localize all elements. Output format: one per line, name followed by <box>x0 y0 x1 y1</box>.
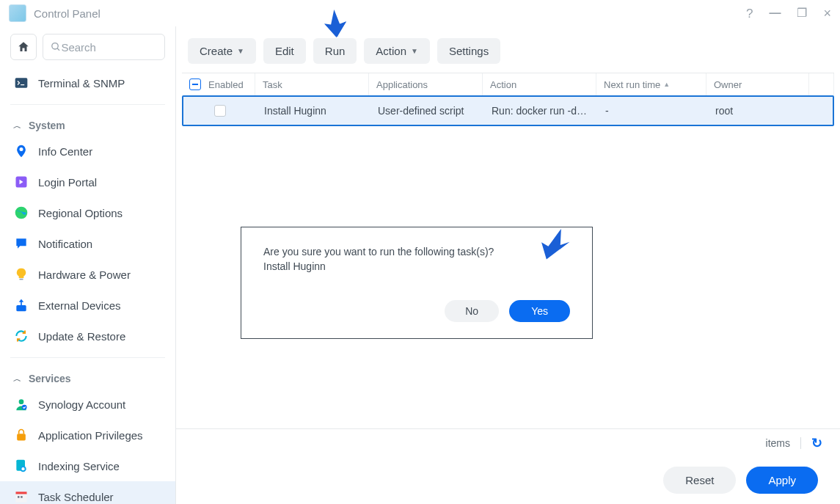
sidebar-item-label: Task Scheduler <box>38 491 114 503</box>
col-label: Enabled <box>208 79 244 90</box>
confirm-dialog: Are you sure you want to run the followi… <box>241 227 593 339</box>
account-icon <box>13 396 29 412</box>
caret-down-icon: ▼ <box>411 47 418 55</box>
section-header-services[interactable]: ︿ Services <box>0 364 175 389</box>
sidebar-item-regional[interactable]: Regional Options <box>0 197 175 228</box>
apply-button[interactable]: Apply <box>746 467 818 494</box>
svg-point-12 <box>21 467 24 470</box>
sidebar: Terminal & SNMP ︿ System Info Center Log… <box>0 26 176 504</box>
sort-asc-icon: ▲ <box>663 81 670 88</box>
col-enabled[interactable]: Enabled <box>182 73 255 95</box>
sidebar-item-label: Indexing Service <box>38 460 120 472</box>
home-button[interactable] <box>10 34 37 60</box>
run-button[interactable]: Run <box>313 38 357 64</box>
sidebar-item-notification[interactable]: Notification <box>0 228 175 259</box>
svg-rect-15 <box>18 496 20 498</box>
col-next-run[interactable]: Next run time ▲ <box>596 73 706 95</box>
lock-icon <box>13 427 29 443</box>
checkbox-unchecked-icon[interactable] <box>214 105 226 117</box>
chevron-up-icon: ︿ <box>13 373 21 384</box>
col-spacer <box>809 73 834 95</box>
sidebar-item-label: Info Center <box>38 145 92 158</box>
search-file-icon <box>13 458 29 474</box>
svg-point-7 <box>19 399 24 404</box>
sidebar-item-terminal-snmp[interactable]: Terminal & SNMP <box>0 67 175 98</box>
button-label: Create <box>200 45 233 57</box>
home-icon <box>17 40 30 54</box>
section-header-system[interactable]: ︿ System <box>0 111 175 136</box>
edit-button[interactable]: Edit <box>263 38 306 64</box>
toolbar: Create▼ Edit Run Action▼ Settings <box>176 26 840 73</box>
chat-icon <box>13 235 29 252</box>
portal-icon <box>13 174 29 190</box>
col-owner[interactable]: Owner <box>706 73 809 95</box>
main-content: Create▼ Edit Run Action▼ Settings Enable… <box>176 26 840 504</box>
settings-button[interactable]: Settings <box>437 38 500 64</box>
reload-icon[interactable]: ↻ <box>811 435 822 451</box>
sidebar-item-login-portal[interactable]: Login Portal <box>0 167 175 197</box>
divider <box>10 357 165 358</box>
svg-rect-5 <box>20 279 23 280</box>
window-controls: ? — ❐ × <box>746 7 831 20</box>
svg-rect-9 <box>17 434 26 440</box>
sidebar-item-label: Regional Options <box>38 207 123 219</box>
svg-rect-16 <box>21 496 23 498</box>
sidebar-item-external-devices[interactable]: External Devices <box>0 290 175 321</box>
maximize-icon[interactable]: ❐ <box>797 7 807 19</box>
col-task[interactable]: Task <box>255 73 369 95</box>
sidebar-item-indexing[interactable]: Indexing Service <box>0 450 175 481</box>
table-row[interactable]: Install Huginn User-defined script Run: … <box>182 95 834 126</box>
svg-rect-6 <box>16 305 26 311</box>
svg-rect-14 <box>16 494 27 503</box>
svg-rect-1 <box>15 78 28 87</box>
app-icon <box>9 4 26 22</box>
svg-point-2 <box>20 147 23 151</box>
search-box[interactable] <box>43 34 165 60</box>
svg-point-0 <box>52 43 58 49</box>
col-action[interactable]: Action <box>483 73 596 95</box>
caret-down-icon: ▼ <box>237 47 244 55</box>
cell-applications: User-defined script <box>370 105 484 117</box>
globe-icon <box>13 205 29 221</box>
sidebar-item-task-scheduler[interactable]: Task Scheduler <box>0 481 175 504</box>
separator <box>800 437 801 449</box>
help-icon[interactable]: ? <box>746 7 753 20</box>
checkbox-mixed-icon[interactable] <box>189 78 201 90</box>
no-button[interactable]: No <box>445 300 499 322</box>
sidebar-item-update-restore[interactable]: Update & Restore <box>0 321 175 351</box>
cell-task: Install Huginn <box>257 105 370 117</box>
sidebar-item-hardware-power[interactable]: Hardware & Power <box>0 259 175 290</box>
search-input[interactable] <box>61 41 157 54</box>
footer: Reset Apply <box>176 456 840 504</box>
close-icon[interactable]: × <box>823 7 831 20</box>
table-header: Enabled Task Applications Action Next ru… <box>182 73 834 95</box>
sidebar-item-label: Login Portal <box>38 176 97 189</box>
create-button[interactable]: Create▼ <box>188 38 256 64</box>
items-label: items <box>766 437 790 449</box>
content-area: Are you sure you want to run the followi… <box>176 126 840 428</box>
sidebar-item-label: External Devices <box>38 299 121 312</box>
sidebar-item-app-privileges[interactable]: Application Privileges <box>0 420 175 450</box>
button-label: Action <box>376 45 406 57</box>
reset-button[interactable]: Reset <box>663 467 736 494</box>
sidebar-item-label: Synology Account <box>38 398 125 411</box>
action-button[interactable]: Action▼ <box>364 38 430 64</box>
cell-owner: root <box>708 105 811 117</box>
dialog-actions: No Yes <box>263 300 570 322</box>
sidebar-item-label: Update & Restore <box>38 330 125 343</box>
cell-next-run: - <box>598 105 708 117</box>
sidebar-nav: Terminal & SNMP ︿ System Info Center Log… <box>0 67 175 504</box>
col-applications[interactable]: Applications <box>369 73 483 95</box>
minimize-icon[interactable]: — <box>769 7 781 19</box>
status-bar: items ↻ <box>176 428 840 456</box>
sidebar-item-synology-account[interactable]: Synology Account <box>0 389 175 420</box>
yes-button[interactable]: Yes <box>509 300 570 322</box>
sidebar-item-info-center[interactable]: Info Center <box>0 136 175 167</box>
terminal-icon <box>13 75 29 91</box>
sidebar-item-label: Terminal & SNMP <box>38 77 125 90</box>
window-title: Control Panel <box>34 7 101 20</box>
search-icon <box>51 41 61 53</box>
dialog-message-line1: Are you sure you want to run the followi… <box>263 245 570 260</box>
info-icon <box>13 143 29 159</box>
cell-action: Run: docker run -d… <box>484 105 598 117</box>
